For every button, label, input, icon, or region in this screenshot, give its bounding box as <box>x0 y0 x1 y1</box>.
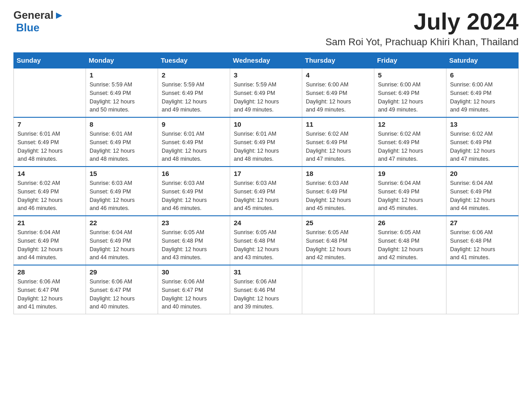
day-info: Sunrise: 6:03 AMSunset: 6:49 PMDaylight:… <box>162 179 226 213</box>
calendar-cell: 12Sunrise: 6:02 AMSunset: 6:49 PMDayligh… <box>374 117 446 167</box>
day-number: 2 <box>162 71 226 79</box>
calendar-cell: 7Sunrise: 6:01 AMSunset: 6:49 PMDaylight… <box>14 117 86 167</box>
day-number: 31 <box>234 268 298 276</box>
calendar-cell: 2Sunrise: 5:59 AMSunset: 6:49 PMDaylight… <box>158 68 230 117</box>
day-info: Sunrise: 6:05 AMSunset: 6:48 PMDaylight:… <box>234 228 298 262</box>
day-header-wednesday: Wednesday <box>230 53 302 68</box>
day-header-tuesday: Tuesday <box>158 53 230 68</box>
day-number: 12 <box>378 120 442 128</box>
day-number: 4 <box>306 71 370 79</box>
day-number: 9 <box>162 120 226 128</box>
calendar-cell: 25Sunrise: 6:05 AMSunset: 6:48 PMDayligh… <box>302 216 374 265</box>
day-info: Sunrise: 6:02 AMSunset: 6:49 PMDaylight:… <box>306 130 370 163</box>
day-info: Sunrise: 6:05 AMSunset: 6:48 PMDaylight:… <box>162 228 226 262</box>
logo-icon <box>54 11 64 21</box>
day-number: 19 <box>378 170 442 177</box>
calendar-cell: 21Sunrise: 6:04 AMSunset: 6:49 PMDayligh… <box>14 216 86 265</box>
day-number: 7 <box>17 120 82 128</box>
day-info: Sunrise: 6:06 AMSunset: 6:47 PMDaylight:… <box>17 278 82 311</box>
calendar-cell: 19Sunrise: 6:04 AMSunset: 6:49 PMDayligh… <box>374 167 446 216</box>
calendar-cell: 29Sunrise: 6:06 AMSunset: 6:47 PMDayligh… <box>86 265 158 314</box>
day-info: Sunrise: 6:06 AMSunset: 6:47 PMDaylight:… <box>162 278 226 311</box>
day-info: Sunrise: 6:06 AMSunset: 6:47 PMDaylight:… <box>90 278 154 311</box>
calendar-cell: 15Sunrise: 6:03 AMSunset: 6:49 PMDayligh… <box>86 167 158 216</box>
day-header-saturday: Saturday <box>446 53 519 68</box>
week-row-3: 14Sunrise: 6:02 AMSunset: 6:49 PMDayligh… <box>14 167 519 216</box>
day-number: 13 <box>450 120 515 128</box>
day-info: Sunrise: 6:06 AMSunset: 6:48 PMDaylight:… <box>450 228 515 262</box>
day-number: 5 <box>378 71 442 79</box>
day-info: Sunrise: 6:01 AMSunset: 6:49 PMDaylight:… <box>162 130 226 163</box>
day-number: 17 <box>234 170 298 177</box>
calendar-cell <box>374 265 446 314</box>
day-number: 29 <box>90 268 154 276</box>
calendar-cell <box>14 68 86 117</box>
day-number: 23 <box>162 219 226 227</box>
calendar-cell: 6Sunrise: 6:00 AMSunset: 6:49 PMDaylight… <box>446 68 519 117</box>
day-info: Sunrise: 6:04 AMSunset: 6:49 PMDaylight:… <box>90 228 154 262</box>
day-number: 15 <box>90 170 154 177</box>
day-number: 3 <box>234 71 298 79</box>
day-info: Sunrise: 6:04 AMSunset: 6:49 PMDaylight:… <box>378 179 442 213</box>
day-number: 21 <box>17 219 82 227</box>
calendar-cell: 10Sunrise: 6:01 AMSunset: 6:49 PMDayligh… <box>230 117 302 167</box>
logo: General Blue <box>13 9 64 34</box>
location-title: Sam Roi Yot, Prachuap Khiri Khan, Thaila… <box>326 36 519 48</box>
day-number: 20 <box>450 170 515 177</box>
day-header-friday: Friday <box>374 53 446 68</box>
calendar-cell: 28Sunrise: 6:06 AMSunset: 6:47 PMDayligh… <box>14 265 86 314</box>
day-info: Sunrise: 6:03 AMSunset: 6:49 PMDaylight:… <box>90 179 154 213</box>
day-number: 1 <box>90 71 154 79</box>
calendar-cell: 14Sunrise: 6:02 AMSunset: 6:49 PMDayligh… <box>14 167 86 216</box>
week-row-4: 21Sunrise: 6:04 AMSunset: 6:49 PMDayligh… <box>14 216 519 265</box>
day-number: 18 <box>306 170 370 177</box>
day-number: 11 <box>306 120 370 128</box>
calendar-cell: 9Sunrise: 6:01 AMSunset: 6:49 PMDaylight… <box>158 117 230 167</box>
day-number: 16 <box>162 170 226 177</box>
day-info: Sunrise: 6:01 AMSunset: 6:49 PMDaylight:… <box>90 130 154 163</box>
day-info: Sunrise: 6:02 AMSunset: 6:49 PMDaylight:… <box>378 130 442 163</box>
day-info: Sunrise: 5:59 AMSunset: 6:49 PMDaylight:… <box>234 81 298 114</box>
week-row-5: 28Sunrise: 6:06 AMSunset: 6:47 PMDayligh… <box>14 265 519 314</box>
calendar-cell: 4Sunrise: 6:00 AMSunset: 6:49 PMDaylight… <box>302 68 374 117</box>
calendar-cell: 31Sunrise: 6:06 AMSunset: 6:46 PMDayligh… <box>230 265 302 314</box>
calendar-cell: 20Sunrise: 6:04 AMSunset: 6:49 PMDayligh… <box>446 167 519 216</box>
calendar-cell: 22Sunrise: 6:04 AMSunset: 6:49 PMDayligh… <box>86 216 158 265</box>
calendar-cell: 1Sunrise: 5:59 AMSunset: 6:49 PMDaylight… <box>86 68 158 117</box>
calendar-cell: 18Sunrise: 6:03 AMSunset: 6:49 PMDayligh… <box>302 167 374 216</box>
day-info: Sunrise: 6:00 AMSunset: 6:49 PMDaylight:… <box>378 81 442 114</box>
calendar-cell: 16Sunrise: 6:03 AMSunset: 6:49 PMDayligh… <box>158 167 230 216</box>
day-header-thursday: Thursday <box>302 53 374 68</box>
day-number: 14 <box>17 170 82 177</box>
week-row-1: 1Sunrise: 5:59 AMSunset: 6:49 PMDaylight… <box>14 68 519 117</box>
day-info: Sunrise: 6:03 AMSunset: 6:49 PMDaylight:… <box>234 179 298 213</box>
day-info: Sunrise: 6:01 AMSunset: 6:49 PMDaylight:… <box>17 130 82 163</box>
day-number: 6 <box>450 71 515 79</box>
day-info: Sunrise: 6:05 AMSunset: 6:48 PMDaylight:… <box>378 228 442 262</box>
title-block: July 2024 Sam Roi Yot, Prachuap Khiri Kh… <box>326 9 519 48</box>
calendar-cell: 5Sunrise: 6:00 AMSunset: 6:49 PMDaylight… <box>374 68 446 117</box>
calendar-cell: 13Sunrise: 6:02 AMSunset: 6:49 PMDayligh… <box>446 117 519 167</box>
calendar-cell: 27Sunrise: 6:06 AMSunset: 6:48 PMDayligh… <box>446 216 519 265</box>
day-number: 28 <box>17 268 82 276</box>
day-number: 25 <box>306 219 370 227</box>
day-info: Sunrise: 6:01 AMSunset: 6:49 PMDaylight:… <box>234 130 298 163</box>
month-title: July 2024 <box>326 9 519 34</box>
day-number: 26 <box>378 219 442 227</box>
day-info: Sunrise: 5:59 AMSunset: 6:49 PMDaylight:… <box>90 81 154 114</box>
calendar-cell: 17Sunrise: 6:03 AMSunset: 6:49 PMDayligh… <box>230 167 302 216</box>
page-header: General Blue July 2024 Sam Roi Yot, Prac… <box>13 9 519 48</box>
calendar-cell: 24Sunrise: 6:05 AMSunset: 6:48 PMDayligh… <box>230 216 302 265</box>
calendar-table: SundayMondayTuesdayWednesdayThursdayFrid… <box>13 52 519 314</box>
calendar-cell: 11Sunrise: 6:02 AMSunset: 6:49 PMDayligh… <box>302 117 374 167</box>
day-info: Sunrise: 6:03 AMSunset: 6:49 PMDaylight:… <box>306 179 370 213</box>
calendar-cell <box>302 265 374 314</box>
day-number: 10 <box>234 120 298 128</box>
day-number: 8 <box>90 120 154 128</box>
day-info: Sunrise: 6:00 AMSunset: 6:49 PMDaylight:… <box>306 81 370 114</box>
day-number: 24 <box>234 219 298 227</box>
day-info: Sunrise: 5:59 AMSunset: 6:49 PMDaylight:… <box>162 81 226 114</box>
day-info: Sunrise: 6:00 AMSunset: 6:49 PMDaylight:… <box>450 81 515 114</box>
svg-marker-0 <box>56 13 62 19</box>
calendar-cell: 26Sunrise: 6:05 AMSunset: 6:48 PMDayligh… <box>374 216 446 265</box>
